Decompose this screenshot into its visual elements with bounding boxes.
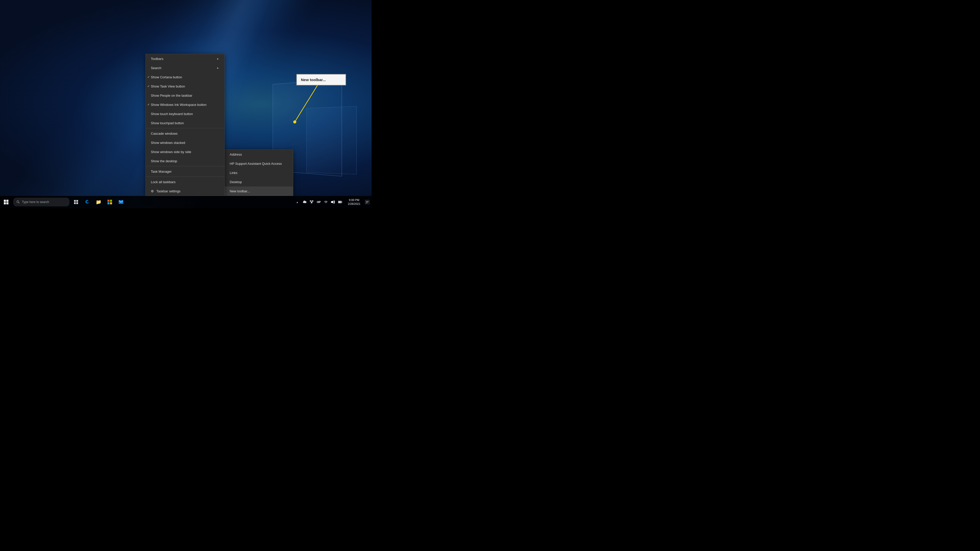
start-icon-cell-4 xyxy=(6,202,8,204)
start-button[interactable] xyxy=(0,196,12,208)
svg-marker-13 xyxy=(310,200,312,202)
hp-icon: HP xyxy=(317,200,321,203)
taskbar-search-placeholder: Type here to search xyxy=(22,200,49,204)
menu-item-show-stacked[interactable]: Show windows stacked xyxy=(146,138,224,147)
start-icon-cell-1 xyxy=(4,200,6,202)
submenu-item-links[interactable]: Links xyxy=(224,168,293,177)
clock-time: 9:00 PM xyxy=(349,198,360,202)
svg-marker-17 xyxy=(331,200,333,203)
menu-item-show-task-view[interactable]: ✓ Show Task View button xyxy=(146,82,224,91)
task-view-check-icon: ✓ xyxy=(147,84,150,88)
submenu-item-hp-support[interactable]: HP Support Assistant Quick Access xyxy=(224,159,293,168)
show-desktop-label: Show the desktop xyxy=(151,159,177,163)
menu-item-show-desktop[interactable]: Show the desktop xyxy=(146,156,224,165)
taskbar-right: ▲ HP xyxy=(292,196,372,208)
wifi-icon xyxy=(324,200,328,204)
menu-item-show-side-by-side[interactable]: Show windows side by side xyxy=(146,147,224,156)
clock-date: 2/28/2021 xyxy=(348,202,360,206)
svg-rect-11 xyxy=(110,202,112,204)
taskbar: Type here to search xyxy=(0,196,372,208)
mail-icon xyxy=(119,200,123,204)
svg-rect-5 xyxy=(76,200,78,202)
address-label: Address xyxy=(230,152,242,156)
svg-point-2 xyxy=(17,201,19,203)
dropbox-icon-button[interactable] xyxy=(308,196,315,208)
menu-item-cascade-windows[interactable]: Cascade windows xyxy=(146,129,224,138)
menu-item-show-cortana[interactable]: ✓ Show Cortana button xyxy=(146,73,224,82)
start-icon-cell-3 xyxy=(4,202,6,204)
taskbar-apps: 📁 xyxy=(82,196,127,208)
file-explorer-button[interactable]: 📁 xyxy=(93,196,104,208)
context-menu: Toolbars ► Search ► ✓ Show Cortana butto… xyxy=(145,54,224,196)
task-manager-label: Task Manager xyxy=(151,170,172,173)
svg-marker-16 xyxy=(310,203,313,203)
volume-button[interactable] xyxy=(329,196,337,208)
battery-button[interactable] xyxy=(337,196,344,208)
onedrive-icon-button[interactable] xyxy=(301,196,308,208)
volume-icon xyxy=(331,200,335,204)
menu-item-show-touchpad[interactable]: Show touchpad button xyxy=(146,118,224,127)
store-button[interactable] xyxy=(104,196,115,208)
show-hidden-icons-button[interactable]: ▲ xyxy=(294,196,301,208)
divider-3 xyxy=(146,176,224,177)
menu-item-show-people[interactable]: Show People on the taskbar xyxy=(146,91,224,100)
new-toolbar-label: New toolbar... xyxy=(230,189,250,193)
task-view-button[interactable] xyxy=(70,196,82,208)
show-stacked-label: Show windows stacked xyxy=(151,141,185,144)
edge-icon xyxy=(85,200,90,205)
cortana-check-icon: ✓ xyxy=(147,75,150,79)
svg-rect-23 xyxy=(366,202,369,203)
submenu-item-new-toolbar[interactable]: New toolbar... xyxy=(224,186,293,196)
menu-item-show-windows-ink[interactable]: ✓ Show Windows Ink Workspace button xyxy=(146,100,224,109)
svg-rect-9 xyxy=(110,200,112,202)
svg-rect-10 xyxy=(107,202,110,204)
menu-item-taskbar-settings[interactable]: ⚙ Taskbar settings xyxy=(146,186,224,196)
hp-icon-button[interactable]: HP xyxy=(315,196,322,208)
svg-rect-7 xyxy=(76,202,78,204)
svg-rect-8 xyxy=(107,200,110,202)
hp-support-label: HP Support Assistant Quick Access xyxy=(230,162,282,165)
show-side-by-side-label: Show windows side by side xyxy=(151,150,191,154)
menu-item-lock-taskbars[interactable]: Lock all taskbars xyxy=(146,177,224,186)
wifi-button[interactable] xyxy=(322,196,329,208)
menu-item-toolbars[interactable]: Toolbars ► xyxy=(146,54,224,63)
store-icon xyxy=(107,200,112,204)
battery-icon xyxy=(338,200,342,203)
start-icon xyxy=(4,200,8,204)
desktop-label: Desktop xyxy=(230,180,242,184)
mail-button[interactable] xyxy=(115,196,127,208)
task-view-icon xyxy=(74,200,78,204)
taskbar-search-icon xyxy=(16,200,20,204)
toolbars-submenu: Address HP Support Assistant Quick Acces… xyxy=(224,149,293,196)
edge-app-button[interactable] xyxy=(82,196,93,208)
chevron-up-icon: ▲ xyxy=(296,201,299,203)
notification-center-button[interactable] xyxy=(363,196,372,208)
settings-gear-icon: ⚙ xyxy=(151,189,154,193)
notification-icon xyxy=(365,200,369,204)
taskbar-clock[interactable]: 9:00 PM 2/28/2021 xyxy=(345,196,363,208)
submenu-item-address[interactable]: Address xyxy=(224,150,293,159)
svg-rect-24 xyxy=(366,203,368,203)
new-toolbar-callout: New toolbar... xyxy=(296,74,346,86)
taskbar-search-bar[interactable]: Type here to search xyxy=(13,198,69,206)
svg-rect-19 xyxy=(342,202,342,203)
svg-rect-6 xyxy=(74,202,76,204)
windows-ink-check-icon: ✓ xyxy=(147,103,150,106)
menu-item-search[interactable]: Search ► xyxy=(146,63,224,73)
toolbars-arrow-icon: ► xyxy=(217,57,219,60)
search-label: Search xyxy=(151,66,161,70)
menu-item-task-manager[interactable]: Task Manager xyxy=(146,167,224,176)
submenu-item-desktop[interactable]: Desktop xyxy=(224,177,293,186)
taskbar-settings-label: Taskbar settings xyxy=(156,189,180,193)
start-icon-cell-2 xyxy=(6,200,8,202)
search-arrow-icon: ► xyxy=(217,67,219,69)
onedrive-icon xyxy=(302,200,307,203)
links-label: Links xyxy=(230,171,237,175)
folder-icon: 📁 xyxy=(96,199,101,205)
system-tray: ▲ HP xyxy=(292,196,345,208)
cascade-windows-label: Cascade windows xyxy=(151,132,178,135)
lock-taskbars-label: Lock all taskbars xyxy=(151,180,176,184)
show-windows-ink-label: Show Windows Ink Workspace button xyxy=(151,103,207,106)
menu-item-show-touch-keyboard[interactable]: Show touch keyboard button xyxy=(146,109,224,118)
window-shape-2 xyxy=(306,106,356,175)
